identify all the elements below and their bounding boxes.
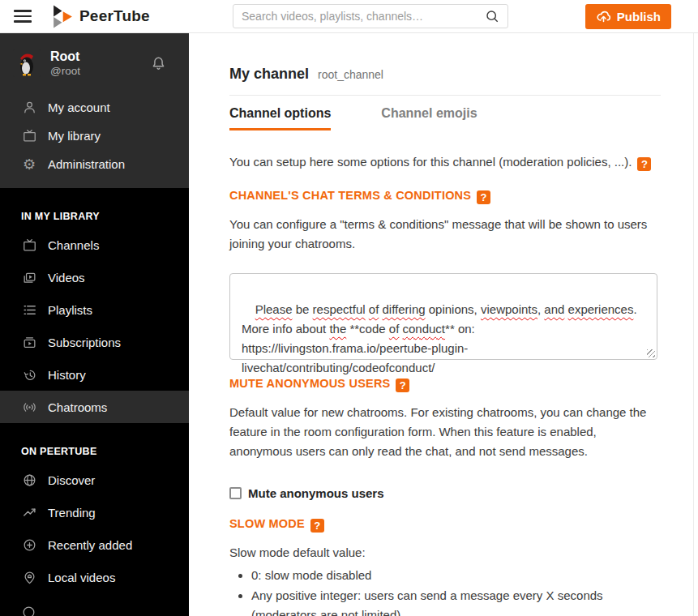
tv-icon [21,128,37,144]
terms-textarea[interactable]: Please be respectful of differing opinio… [229,273,657,360]
avatar[interactable] [13,49,41,77]
sidebar-item-label: Trending [48,506,96,520]
terms-heading: CHANNEL'S CHAT TERMS & CONDITIONS? [229,189,661,204]
globe-icon [21,472,37,488]
intro-text: You can setup here some options for this… [229,152,661,172]
videos-icon [21,269,37,285]
peertube-logo-icon [53,5,73,28]
sidebar-item-label: History [48,368,86,382]
sidebar-item-label: Videos [48,271,85,284]
slow-mode-description: Slow mode default value: [229,543,661,563]
help-icon[interactable]: ? [637,157,651,171]
sidebar-item-local-videos[interactable]: Local videos [0,561,189,593]
gear-icon: ⚙ [21,156,37,173]
sidebar-item-recently-added[interactable]: Recently added [0,528,189,561]
tab-bar: Channel options Channel emojis [229,96,661,130]
user-meta[interactable]: Root @root [50,49,149,78]
search-input[interactable] [233,10,481,23]
scrollbar-track-edge[interactable] [693,0,694,616]
notification-bell-icon[interactable] [149,54,168,73]
tab-channel-emojis[interactable]: Channel emojis [381,96,477,130]
sidebar-library-section: IN MY LIBRARY Channels Videos [0,188,189,616]
sidebar-item-channels[interactable]: Channels [0,229,189,261]
sidebar-item-label: My library [48,129,101,143]
help-icon[interactable]: ? [477,190,490,204]
sidebar-item-chatrooms[interactable]: Chatrooms [0,391,189,423]
upload-cloud-icon [596,9,611,24]
sidebar-item-history[interactable]: History [0,358,189,391]
slow-mode-heading: SLOW MODE? [229,517,661,533]
slow-mode-bullets: 0: slow mode disabled Any positive integ… [251,566,661,616]
more-icon [21,605,189,616]
bullet-item: 0: slow mode disabled [251,566,661,586]
resize-grip[interactable] [647,349,655,357]
brand-name: PeerTube [79,7,150,25]
mute-anonymous-checkbox[interactable] [229,487,242,499]
sidebar-item-subscriptions[interactable]: Subscriptions [0,326,189,358]
map-pin-icon [21,569,37,585]
hamburger-menu-icon[interactable] [14,10,32,23]
search-icon[interactable] [484,8,500,24]
sidebar-item-label: My account [48,101,110,114]
sidebar: Root @root My account [0,33,189,616]
trending-icon [21,504,37,520]
mute-heading: MUTE ANONYMOUS USERS? [229,377,661,392]
sidebar-item-label: Subscriptions [48,336,121,349]
sidebar-item-label: Administration [48,157,125,171]
search-box [233,4,508,28]
sidebar-item-label: Chatrooms [48,400,107,414]
publish-button[interactable]: Publish [585,4,671,29]
publish-label: Publish [617,10,661,24]
sidebar-user-block: Root @root My account [0,33,189,188]
help-icon[interactable]: ? [310,519,324,533]
sidebar-item-label: Channels [48,238,99,252]
page-title: My channel [229,66,309,83]
chatrooms-icon [21,399,37,415]
sidebar-item-playlists[interactable]: Playlists [0,293,189,326]
subscriptions-icon [21,334,37,350]
sidebar-item-my-account[interactable]: My account [0,93,189,122]
sidebar-item-videos[interactable]: Videos [0,261,189,293]
channel-handle: root_channel [318,68,383,81]
peertube-logo[interactable]: PeerTube [53,5,150,28]
bullet-item: Any positive integer: users can send a m… [251,586,661,616]
sidebar-item-my-library[interactable]: My library [0,122,189,150]
user-handle: @root [50,64,149,78]
tab-channel-options[interactable]: Channel options [229,96,331,130]
plus-circle-icon [21,537,37,553]
user-icon [21,100,37,116]
mute-checkbox-row: Mute anonymous users [229,486,661,500]
user-name: Root [50,49,149,64]
sidebar-item-label: Playlists [48,303,92,317]
mute-description: Default value for new chatrooms. For exi… [229,403,661,461]
sidebar-item-trending[interactable]: Trending [0,496,189,528]
sidebar-item-label: Recently added [48,538,132,552]
section-title: IN MY LIBRARY [0,188,189,229]
tv-icon [21,237,37,253]
sidebar-item-label: Local videos [48,571,115,584]
main-content: My channel root_channel Channel options … [189,33,698,616]
mute-checkbox-label[interactable]: Mute anonymous users [248,486,384,500]
sidebar-item-discover[interactable]: Discover [0,464,189,496]
terms-description: You can configure a "terms & conditions"… [229,215,661,254]
playlist-icon [21,302,37,318]
sidebar-item-administration[interactable]: ⚙ Administration [0,150,189,178]
section-title: ON PEERTUBE [0,423,189,464]
sidebar-item-label: Discover [48,473,95,487]
history-icon [21,366,37,383]
top-header: PeerTube Publish [0,0,698,33]
help-icon[interactable]: ? [396,379,409,392]
